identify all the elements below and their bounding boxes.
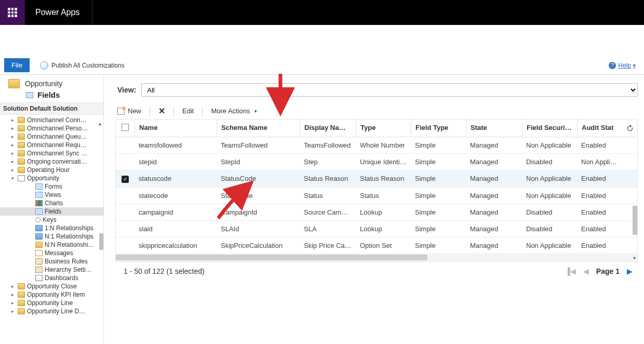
row-checkbox[interactable]: ✓ [116,170,135,187]
edit-button[interactable]: Edit [182,107,194,115]
column-display[interactable]: Display Name… [300,120,356,137]
row-checkbox[interactable] [116,137,135,153]
column-type[interactable]: Type [356,120,411,137]
entity-icon [18,117,25,123]
waffle-icon [8,8,17,17]
entity-icon [18,175,25,181]
expand-icon [11,126,16,131]
column-state[interactable]: State [466,120,522,137]
node-icon [35,275,43,281]
view-select[interactable]: All [141,83,638,97]
pager-prev-button[interactable]: ◀ [583,267,589,275]
cell-schema: CampaignId [217,204,300,220]
tree-child-node[interactable]: Dashboards [0,274,103,282]
new-button[interactable]: New [117,107,141,115]
expand-icon [11,117,16,123]
cell-display: Skip Price Cal… [300,237,356,254]
table-row[interactable]: stepidStepIdStepUnique Identi…SimpleMana… [116,154,637,170]
tree-child-node[interactable]: Charts [0,199,103,207]
cell-audit: Enabled [577,188,624,204]
pager-page-label: Page 1 [596,267,620,275]
left-scrollbar-thumb[interactable] [99,233,103,250]
tree-child-node[interactable]: Messages [0,249,103,257]
pager-first-button[interactable]: ▐◀ [565,267,576,275]
tree-node[interactable]: Opportunity KPI Item [0,290,103,299]
expand-icon [11,142,16,148]
tree-child-node[interactable]: Fields [0,207,103,216]
new-label: New [128,107,141,115]
header-separator [92,0,92,25]
tree-node[interactable]: Omnichannel Perso… [0,124,103,133]
publish-label: Publish All Customizations [51,62,125,69]
file-button[interactable]: File [4,58,30,72]
scroll-up-indicator[interactable]: ▴ [99,121,101,126]
app-launcher-button[interactable] [0,0,25,25]
tree-child-node[interactable]: 1:N Relationships [0,224,103,232]
row-checkbox[interactable] [116,237,135,254]
table-row[interactable]: teamsfollowedTeamsFollowedTeamsFollowedW… [116,137,637,154]
tree-node[interactable]: Operating Hour [0,166,103,174]
cell-name: slaid [135,221,217,237]
section-title: Fields [37,90,60,99]
tree-node[interactable]: Omnichannel Requ… [0,141,103,149]
table-row[interactable]: slaidSLAIdSLALookupSimpleManagedDisabled… [116,221,637,237]
row-checkbox[interactable] [116,154,135,170]
node-icon [35,225,43,231]
tree-child-node[interactable]: Business Rules [0,257,103,266]
cell-name: skippricecalculation [135,237,217,254]
solution-header: Solution Default Solution [0,102,103,115]
row-checkbox[interactable] [116,188,135,204]
column-audit[interactable]: Audit Stat [577,120,624,137]
content-pane: View: All New ✕ Edit More Actions ▾ [104,75,644,344]
tree-child-node[interactable]: Forms [0,182,103,191]
cell-state: Managed [466,137,522,153]
cell-state: Managed [466,154,522,170]
column-fieldtype[interactable]: Field Type [411,120,466,137]
grid-vscroll-thumb[interactable] [633,206,637,235]
column-security[interactable]: Field Security… [522,120,577,137]
chevron-down-icon: ▾ [633,63,636,68]
table-row[interactable]: statecodeStateCodeStatusStatusSimpleMana… [116,188,637,204]
tree-child-node[interactable]: N:N Relationshi… [0,241,103,249]
entity-icon [18,158,25,165]
cell-security: Non Applicable [522,237,577,254]
node-icon [35,258,43,264]
toolbar-separator [173,107,174,116]
grid-hscroll[interactable]: ▸ [116,254,637,261]
table-row[interactable]: skippricecalculationSkipPriceCalculation… [116,237,637,254]
tree-node[interactable]: Opportunity Line D… [0,307,103,315]
tree-node[interactable]: Omnichannel Sync … [0,149,103,157]
tree-node[interactable]: Opportunity Line [0,299,103,307]
tree-node[interactable]: Ongoing conversati… [0,157,103,166]
tree-node[interactable]: Opportunity Close [0,282,103,290]
row-checkbox[interactable] [116,221,135,237]
tree-child-node[interactable]: Keys [0,216,103,224]
grid-hscroll-thumb[interactable] [116,255,427,260]
select-all-checkbox[interactable] [116,120,135,137]
publish-all-button[interactable]: Publish All Customizations [40,61,125,70]
table-row[interactable]: campaignidCampaignIdSource Camp…LookupSi… [116,204,637,221]
tree-node[interactable]: Omnichannel Conn… [0,116,103,124]
refresh-button[interactable] [624,120,636,137]
tree-child-node[interactable]: Views [0,191,103,199]
tree-child-node[interactable]: N:1 Relationships [0,232,103,241]
row-checkbox[interactable] [116,204,135,220]
cell-name: stepid [135,154,217,170]
table-row[interactable]: ✓statuscodeStatusCodeStatus ReasonStatus… [116,170,637,188]
tree-node[interactable]: Omnichannel Queu… [0,133,103,141]
cell-fieldtype: Simple [411,188,466,204]
tree-node-current[interactable]: Opportunity [0,174,103,182]
delete-button[interactable]: ✕ [158,106,165,116]
pager-next-button[interactable]: ▶ [627,267,633,275]
scroll-right-arrow[interactable]: ▸ [634,255,636,260]
tree-child-node[interactable]: Hierarchy Setti… [0,266,103,274]
entity-icon [18,292,25,298]
cell-fieldtype: Simple [411,154,466,170]
column-name[interactable]: Name [135,120,217,137]
cell-audit: Enabled [577,137,624,153]
help-link[interactable]: ? Help ▾ [609,62,636,69]
cell-name: teamsfollowed [135,137,217,153]
node-icon [35,242,43,248]
more-actions-button[interactable]: More Actions ▾ [211,107,257,115]
column-schema[interactable]: Schema Name [217,120,300,137]
